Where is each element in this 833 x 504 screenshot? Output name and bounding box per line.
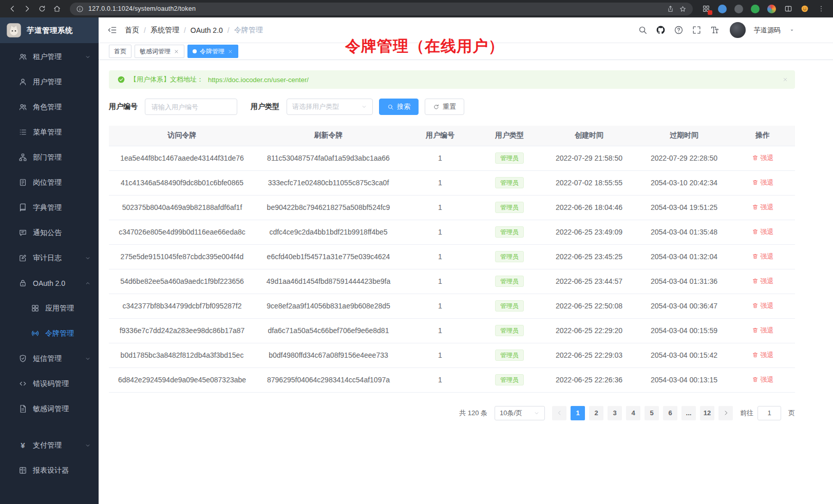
extension-icon[interactable] [751,5,760,13]
cell-refresh-token: 8796295f04064c2983414cc54af1097a [255,367,402,392]
tab-oauth2-token[interactable]: 令牌管理 [187,45,238,58]
column-header: 刷新令牌 [255,126,402,146]
sidebar-item-audit-log[interactable]: 审计日志 [0,245,99,270]
page-button-3[interactable]: 3 [608,406,622,420]
app-logo[interactable]: 芋道管理系统 [0,17,99,43]
page-button-6[interactable]: 6 [663,406,677,420]
close-icon[interactable] [174,49,179,54]
tab-sensitive-word[interactable]: 敏感词管理 [135,45,184,58]
site-info-icon[interactable] [76,5,84,13]
sidebar-item-error-code[interactable]: 错误码管理 [0,371,99,396]
sidebar-item-oauth2-app[interactable]: 应用管理 [0,296,99,321]
font-size-icon[interactable] [710,25,720,35]
search-icon[interactable] [638,25,648,35]
sidebar-item-label: 部门管理 [33,153,62,162]
user-type-select[interactable]: 请选择用户类型 [287,99,373,115]
alert-close-icon[interactable] [782,76,788,83]
sidebar-item-notice[interactable]: 通知公告 [0,220,99,245]
page-more-button[interactable]: ... [681,406,696,420]
sidebar-item-oauth2-token[interactable]: 令牌管理 [0,321,99,346]
breadcrumb-separator: / [144,26,146,34]
sidebar-toggle-icon[interactable] [107,25,117,35]
chevron-down-icon [361,104,367,110]
column-header: 用户类型 [479,126,540,146]
sidebar-item-menu[interactable]: 菜单管理 [0,120,99,145]
close-icon[interactable] [228,49,233,54]
sidebar-item-label: 岗位管理 [33,178,62,187]
trash-icon [752,302,759,309]
reset-button[interactable]: 重置 [425,99,464,115]
extension-icon[interactable] [718,5,727,13]
fullscreen-icon[interactable] [692,25,702,35]
sidebar-item-sensitive-word[interactable]: 敏感词管理 [0,396,99,421]
user-type-badge: 管理员 [495,251,524,262]
page-button-12[interactable]: 12 [700,406,714,420]
address-bar[interactable]: 127.0.0.1:1024/system/oauth2/token [70,3,693,15]
user-id-input[interactable] [145,99,237,115]
alert-doc-link[interactable]: https://doc.iocoder.cn/user-center/ [208,76,309,84]
breadcrumb-item[interactable]: 系统管理 [150,26,179,35]
cell-action: 强退 [730,195,795,220]
sidebar-item-role[interactable]: 角色管理 [0,94,99,120]
page-size-select[interactable]: 10条/页 [495,406,545,420]
cell-action: 强退 [730,367,795,392]
extension-icon[interactable] [767,5,776,13]
cell-expire-time: 2054-03-04 19:51:25 [638,195,730,220]
sidebar-item-sms[interactable]: 短信管理 [0,346,99,371]
force-logout-button[interactable]: 强退 [752,301,774,311]
page-button-2[interactable]: 2 [589,406,603,420]
prev-page-button[interactable] [552,406,566,420]
tab-home[interactable]: 首页 [109,45,131,58]
cell-user-id: 1 [402,269,479,294]
goto-page-input[interactable] [758,406,781,420]
help-icon[interactable] [674,25,684,35]
search-button[interactable]: 搜索 [379,99,419,115]
page-button-1[interactable]: 1 [571,406,585,420]
sidebar-item-report-designer[interactable]: 报表设计器 [0,458,99,483]
total-count: 共 120 条 [459,409,487,418]
force-logout-button[interactable]: 强退 [752,227,774,237]
sidebar-item-dict[interactable]: 字典管理 [0,195,99,220]
github-icon[interactable] [656,25,666,35]
cell-user-id: 1 [402,318,479,343]
sidebar-item-tenant[interactable]: 租户管理 [0,44,99,69]
user-name[interactable]: 芋道源码 [754,26,781,35]
extension-icon[interactable] [734,5,743,13]
browser-reload-icon[interactable] [35,2,49,16]
browser-profile-avatar[interactable] [798,2,811,16]
user-avatar[interactable] [730,22,746,38]
sidebar-item-pay[interactable]: ¥支付管理 [0,433,99,458]
sidebar-item-oauth2[interactable]: OAuth 2.0 [0,270,99,296]
cell-refresh-token: 9ce8ef2aa9f14056b831ae9b608e28d5 [255,294,402,318]
caret-down-icon[interactable] [789,27,795,33]
force-logout-button[interactable]: 强退 [752,178,774,187]
cell-created-time: 2022-07-02 18:55:55 [540,170,638,195]
bookmark-star-icon[interactable] [679,5,687,13]
yen-icon: ¥ [18,441,27,450]
page-button-5[interactable]: 5 [645,406,659,420]
breadcrumb-item[interactable]: 首页 [125,26,139,35]
share-icon[interactable] [667,5,674,13]
cell-expire-time: 2054-03-04 01:31:36 [638,269,730,294]
browser-forward-icon[interactable] [20,2,34,16]
force-logout-button[interactable]: 强退 [752,326,774,335]
force-logout-button[interactable]: 强退 [752,375,774,384]
page-button-4[interactable]: 4 [626,406,640,420]
browser-menu-icon[interactable] [814,2,828,16]
breadcrumb-item[interactable]: OAuth 2.0 [191,26,223,34]
split-view-icon[interactable] [781,2,795,16]
force-logout-button[interactable]: 强退 [752,153,774,163]
next-page-button[interactable] [718,406,733,420]
browser-home-icon[interactable] [50,2,64,16]
user-type-badge: 管理员 [495,226,524,238]
force-logout-button[interactable]: 强退 [752,252,774,261]
table-row: 275e5de9151045fe87cbdc395e004f4de6cfd40e… [109,244,795,269]
browser-back-icon[interactable] [5,2,19,16]
force-logout-button[interactable]: 强退 [752,277,774,286]
force-logout-button[interactable]: 强退 [752,203,774,212]
sidebar-item-dept[interactable]: 部门管理 [0,145,99,170]
sidebar-item-post[interactable]: 岗位管理 [0,170,99,195]
sidebar-item-user[interactable]: 用户管理 [0,69,99,94]
force-logout-button[interactable]: 强退 [752,351,774,360]
sidebar-item-label: 短信管理 [33,354,62,363]
